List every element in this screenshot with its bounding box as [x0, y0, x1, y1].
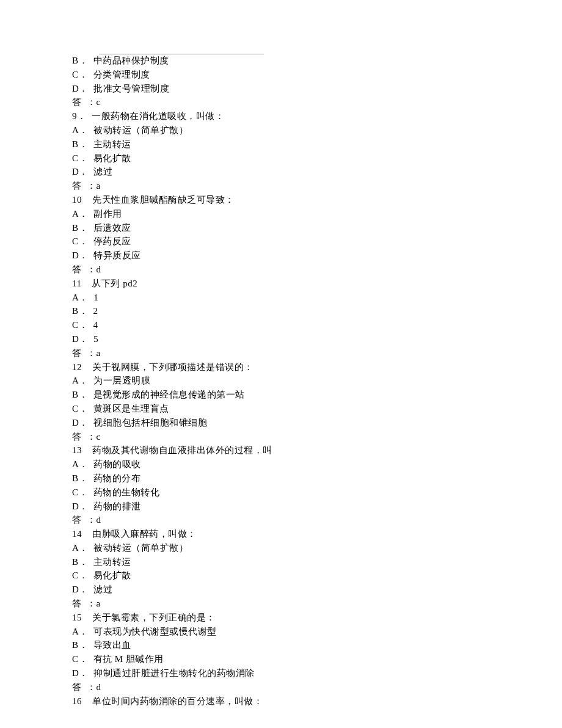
line-text: 是视觉形成的神经信息传递的第一站 [88, 390, 245, 399]
line-text: 先天性血浆胆碱酯酶缺乏可导致： [82, 195, 235, 205]
line-prefix: D． [72, 584, 89, 594]
line-text: 黄斑区是生理盲点 [88, 404, 169, 413]
text-line: A． 被动转运（简单扩散） [72, 541, 562, 555]
text-line: B． 主动转运 [72, 555, 562, 569]
line-prefix: B． [72, 139, 88, 149]
text-line: 9． 一般药物在消化道吸收，叫做： [72, 109, 562, 123]
line-prefix: D． [72, 167, 89, 177]
line-text: 后遗效应 [88, 223, 131, 233]
line-text: 视细胞包括杆细胞和锥细胞 [89, 418, 208, 428]
line-text: 批准文号管理制度 [89, 84, 170, 93]
line-text: 分类管理制度 [88, 70, 150, 79]
text-line: A． 副作用 [72, 207, 562, 221]
line-prefix: B． [72, 223, 88, 233]
text-line: A． 为一层透明膜 [72, 374, 562, 388]
text-line: B． 是视觉形成的神经信息传递的第一站 [72, 388, 562, 402]
line-prefix: B． [72, 640, 88, 650]
line-prefix: 11 [72, 278, 81, 288]
line-prefix: C． [72, 404, 88, 413]
text-line: 答 ：c [72, 430, 562, 444]
text-line: B． 主动转运 [72, 137, 562, 151]
line-prefix: A． [72, 293, 89, 302]
text-line: C． 停药反应 [72, 235, 562, 249]
line-text: 药物的排泄 [89, 501, 141, 511]
line-prefix: A． [72, 376, 89, 385]
line-prefix: A． [72, 543, 89, 553]
line-prefix: C． [72, 320, 88, 330]
text-line: D． 滤过 [72, 165, 562, 179]
line-text: 滤过 [89, 167, 113, 177]
line-prefix: 答 [72, 264, 82, 274]
text-line: D． 视细胞包括杆细胞和锥细胞 [72, 416, 562, 430]
text-line: C． 黄斑区是生理盲点 [72, 402, 562, 416]
line-prefix: B． [72, 473, 88, 483]
line-prefix: 答 [72, 599, 82, 608]
line-text: 药物及其代谢物自血液排出体外的过程，叫 [82, 445, 272, 455]
line-prefix: D． [72, 501, 89, 511]
line-text: 主动转运 [88, 557, 131, 567]
line-prefix: 答 [72, 181, 82, 191]
line-prefix: D． [72, 668, 89, 678]
text-line: C． 易化扩散 [72, 569, 562, 583]
text-line: D． 抑制通过肝脏进行生物转化的药物消除 [72, 666, 562, 680]
line-text: 副作用 [89, 209, 122, 219]
line-text: 被动转运（简单扩散） [89, 543, 189, 553]
line-prefix: 10 [72, 195, 82, 205]
line-prefix: 答 [72, 515, 82, 525]
text-line: 答 ：a [72, 179, 562, 193]
line-prefix: D． [72, 84, 89, 93]
line-text: 停药反应 [88, 236, 131, 246]
line-text: ：c [82, 432, 101, 442]
text-line: A． 1 [72, 291, 562, 305]
text-line: B． 药物的分布 [72, 471, 562, 486]
line-text: 滤过 [89, 584, 113, 594]
line-prefix: B． [72, 557, 88, 567]
line-prefix: A． [72, 627, 89, 636]
line-text: ：a [82, 599, 101, 608]
line-text: 易化扩散 [88, 153, 131, 163]
line-text: 被动转运（简单扩散） [89, 125, 189, 135]
line-prefix: A． [72, 209, 89, 219]
text-line: C． 4 [72, 318, 562, 332]
text-line: 13 药物及其代谢物自血液排出体外的过程，叫 [72, 443, 562, 457]
line-text: 5 [89, 334, 99, 344]
line-text: 4 [88, 320, 98, 330]
text-line: C． 易化扩散 [72, 151, 562, 166]
text-line: C． 药物的生物转化 [72, 486, 562, 500]
line-text: 药物的分布 [88, 473, 140, 483]
text-line: 答 ：c [72, 95, 562, 109]
line-prefix: D． [72, 250, 89, 260]
line-prefix: A． [72, 459, 89, 469]
text-line: 10 先天性血浆胆碱酯酶缺乏可导致： [72, 193, 562, 207]
line-text: 可表现为快代谢型或慢代谢型 [89, 627, 217, 636]
text-line: 16 单位时间内药物消除的百分速率，叫做： [72, 694, 562, 708]
line-prefix: 16 [72, 696, 82, 706]
line-text: ：d [82, 264, 101, 274]
line-prefix: 答 [72, 682, 82, 692]
text-line: D． 药物的排泄 [72, 500, 562, 514]
document-content: B． 中药品种保护制度C． 分类管理制度D． 批准文号管理制度答 ：c9． 一般… [72, 54, 562, 708]
line-text: 一般药物在消化道吸收，叫做： [87, 111, 225, 121]
line-prefix: C． [72, 570, 88, 580]
line-text: 有抗 M 胆碱作用 [88, 654, 164, 664]
line-prefix: 14 [72, 529, 82, 539]
line-prefix: C． [72, 654, 88, 664]
text-line: 14 由肺吸入麻醉药，叫做： [72, 527, 562, 541]
text-line: A． 被动转运（简单扩散） [72, 123, 562, 137]
text-line: B． 导致出血 [72, 638, 562, 652]
line-prefix: A． [72, 125, 89, 135]
line-prefix: 答 [72, 432, 82, 442]
line-prefix: C． [72, 236, 88, 246]
line-text: 2 [88, 306, 98, 316]
line-prefix: B． [72, 306, 88, 316]
text-line: 答 ：d [72, 513, 562, 527]
text-line: A． 可表现为快代谢型或慢代谢型 [72, 625, 562, 639]
line-text: 中药品种保护制度 [88, 56, 169, 65]
line-prefix: B． [72, 56, 88, 65]
text-line: D． 特异质反应 [72, 249, 562, 263]
line-text: 1 [89, 293, 99, 302]
line-prefix: 9． [72, 111, 87, 121]
line-text: 关于视网膜，下列哪项描述是错误的： [82, 362, 254, 372]
line-prefix: C． [72, 487, 88, 497]
text-line: 答 ：d [72, 263, 562, 277]
